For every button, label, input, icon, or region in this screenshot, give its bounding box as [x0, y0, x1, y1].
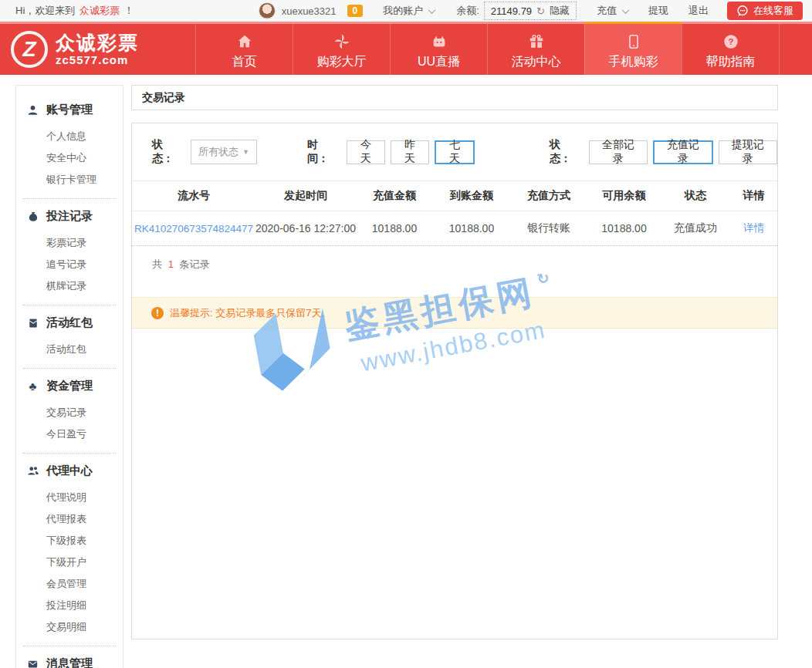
- welcome-suffix: ！: [124, 5, 134, 16]
- sidebar-item-chase-records[interactable]: 追号记录: [16, 254, 123, 275]
- sidebar-item-board-game-records[interactable]: 棋牌记录: [16, 275, 123, 297]
- status-filter-label: 状态：: [152, 138, 182, 166]
- sidebar-divider: [23, 646, 116, 646]
- main-content: 交易记录 状态： 所有状态 ▼ 时间： 今天 昨天 七天 状态： 全部记录 充值…: [131, 85, 778, 668]
- money-bag-icon: [26, 211, 39, 223]
- nav-item-label: 首页: [232, 54, 257, 70]
- detail-link[interactable]: 详情: [730, 221, 777, 235]
- sidebar-item-bank-card[interactable]: 银行卡管理: [16, 169, 123, 191]
- notice-bar: ! 温馨提示: 交易记录最多只保留7天。: [132, 297, 777, 329]
- section-title: 活动红包: [46, 315, 93, 330]
- main-navbar: Z 众诚彩票 zc5577.com 首页 购彩大厅 UU直播: [0, 22, 812, 75]
- status-dropdown-value: 所有状态: [198, 145, 239, 159]
- time-filter-seven-days[interactable]: 七天: [435, 140, 475, 164]
- time-filter-label: 时间：: [307, 138, 337, 166]
- sidebar-item-transaction-details[interactable]: 交易明细: [16, 616, 123, 638]
- sidebar-item-member-management[interactable]: 会员管理: [16, 573, 123, 595]
- mail-icon: [26, 659, 39, 668]
- section-title: 投注记录: [46, 209, 93, 224]
- col-serial-no: 流水号: [132, 189, 255, 203]
- sidebar-item-today-profit-loss[interactable]: 今日盈亏: [16, 423, 123, 445]
- recharge-menu[interactable]: 充值: [597, 4, 628, 18]
- record-filter-recharge[interactable]: 充值记录: [653, 140, 713, 164]
- balance-value: 21149.79: [491, 5, 532, 17]
- time-filter-today[interactable]: 今天: [347, 140, 385, 164]
- page-title: 交易记录: [131, 85, 778, 110]
- nav-item-home[interactable]: 首页: [195, 24, 293, 75]
- help-icon: ?: [722, 32, 739, 50]
- nav-item-label: UU直播: [418, 54, 460, 70]
- caret-down-icon: ▼: [242, 148, 249, 156]
- summary-prefix: 共: [152, 258, 162, 270]
- club-icon: ♣: [26, 380, 39, 392]
- customer-service-button[interactable]: 在线客服: [727, 2, 803, 20]
- nav-item-lottery-hall[interactable]: 购彩大厅: [293, 24, 390, 75]
- site-logo[interactable]: Z 众诚彩票 zc5577.com: [0, 24, 195, 75]
- sidebar-item-transaction-records[interactable]: 交易记录: [16, 402, 123, 423]
- user-icon: [26, 104, 39, 116]
- sidebar-section-red-packet: 活动红包: [16, 315, 123, 330]
- chevron-down-icon: [428, 6, 436, 14]
- sidebar-item-subordinate-account[interactable]: 下级开户: [16, 552, 123, 573]
- balance-box: 21149.79 ↻ 隐藏: [484, 2, 577, 20]
- time-filter-yesterday[interactable]: 昨天: [391, 140, 429, 164]
- cell-received-amount: 10188.00: [433, 222, 510, 234]
- refresh-icon[interactable]: ↻: [536, 5, 545, 17]
- sidebar-item-agent-report[interactable]: 代理报表: [16, 508, 123, 530]
- my-account-menu[interactable]: 我的账户: [383, 4, 435, 18]
- record-filter-withdraw[interactable]: 提现记录: [719, 140, 777, 164]
- transaction-panel: 状态： 所有状态 ▼ 时间： 今天 昨天 七天 状态： 全部记录 充值记录 提现…: [131, 123, 778, 639]
- sidebar-item-bet-details[interactable]: 投注明细: [16, 595, 123, 616]
- recharge-label: 充值: [597, 4, 617, 18]
- sidebar-section-messages: 消息管理: [16, 656, 123, 668]
- status-dropdown[interactable]: 所有状态 ▼: [191, 140, 257, 164]
- nav-item-help-guide[interactable]: ? 帮助指南: [682, 24, 779, 75]
- logout-button[interactable]: 退出: [689, 4, 709, 18]
- withdraw-button[interactable]: 提现: [648, 4, 668, 18]
- phone-icon: [625, 32, 642, 50]
- headset-icon: [736, 5, 749, 17]
- nav-filler: [779, 24, 812, 75]
- logo-title: 众诚彩票: [56, 32, 139, 52]
- section-title: 代理中心: [46, 464, 93, 478]
- red-envelope-icon: [26, 317, 39, 329]
- cell-start-time: 2020-06-16 12:27:00: [255, 222, 356, 234]
- hide-balance-button[interactable]: 隐藏: [550, 4, 570, 18]
- message-count-badge[interactable]: 0: [347, 5, 364, 17]
- sidebar-section-bet-records: 投注记录: [16, 209, 123, 224]
- sidebar-item-subordinate-report[interactable]: 下级报表: [16, 530, 123, 552]
- record-filter-all[interactable]: 全部记录: [589, 140, 648, 164]
- welcome-text: Hi，欢迎来到 众诚彩票 ！: [15, 4, 134, 18]
- nav-item-activity-center[interactable]: 活动中心: [487, 24, 584, 75]
- cell-serial-no[interactable]: RK410270673574824477: [132, 223, 255, 234]
- sidebar-item-agent-info[interactable]: 代理说明: [16, 487, 123, 508]
- logo-letter: Z: [22, 37, 36, 62]
- cell-status: 充值成功: [661, 221, 730, 235]
- nav-item-label: 活动中心: [512, 54, 561, 70]
- logo-domain: zc5577.com: [56, 53, 139, 66]
- table-row: RK410270673574824477 2020-06-16 12:27:00…: [132, 211, 777, 246]
- topbar: Hi，欢迎来到 众诚彩票 ！ xuexue3321 0 我的账户 余额: 211…: [0, 0, 812, 22]
- logo-z-icon: Z: [11, 31, 48, 68]
- logo-text: 众诚彩票 zc5577.com: [56, 32, 139, 66]
- nav-item-mobile-lottery[interactable]: 手机购彩: [584, 24, 682, 75]
- nav-item-label: 购彩大厅: [317, 54, 367, 70]
- user-avatar[interactable]: [259, 2, 276, 19]
- sidebar-item-activity-red-packet[interactable]: 活动红包: [16, 339, 123, 360]
- col-status: 状态: [661, 189, 730, 203]
- balance-label: 余额:: [456, 4, 479, 18]
- sidebar-item-lottery-records[interactable]: 彩票记录: [16, 232, 123, 254]
- chevron-down-icon: [622, 6, 630, 14]
- sidebar-item-personal-info[interactable]: 个人信息: [16, 126, 123, 147]
- sidebar-item-security-center[interactable]: 安全中心: [16, 147, 123, 169]
- summary-count: 1: [168, 258, 174, 270]
- col-recharge-amount: 充值金额: [356, 189, 433, 203]
- pinwheel-icon: [333, 32, 350, 50]
- username[interactable]: xuexue3321: [282, 5, 337, 17]
- sidebar-divider: [23, 453, 116, 454]
- filter-bar: 状态： 所有状态 ▼ 时间： 今天 昨天 七天 状态： 全部记录 充值记录 提现…: [132, 123, 777, 180]
- col-received-amount: 到账金额: [433, 189, 510, 203]
- cell-recharge-method: 银行转账: [510, 221, 587, 235]
- sidebar-divider: [23, 368, 116, 369]
- nav-item-uu-live[interactable]: UU直播: [390, 24, 487, 75]
